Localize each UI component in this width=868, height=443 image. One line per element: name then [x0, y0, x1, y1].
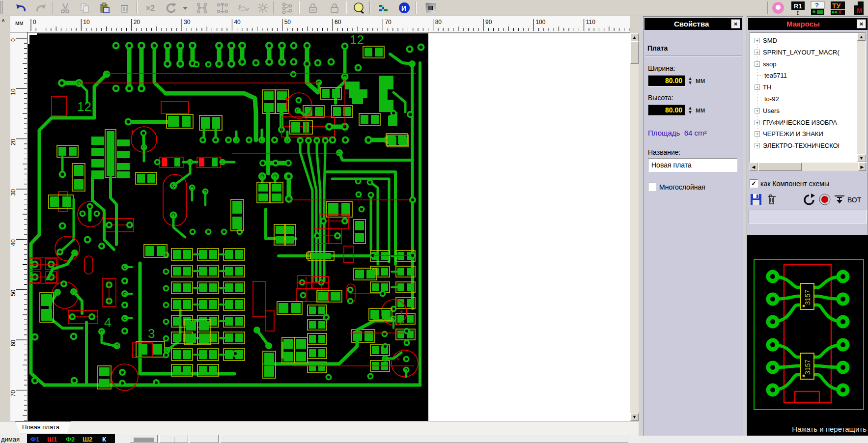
- svg-text:0: 0: [10, 38, 17, 42]
- svg-text:90: 90: [485, 19, 492, 26]
- svg-text:80: 80: [435, 19, 442, 26]
- svg-text:×2: ×2: [146, 4, 155, 12]
- svg-text:мм: мм: [15, 20, 24, 27]
- svg-text:10: 10: [83, 19, 90, 26]
- svg-text:60: 60: [10, 340, 17, 347]
- svg-text:30: 30: [10, 189, 17, 196]
- svg-text:4: 4: [104, 315, 111, 330]
- svg-text:12: 12: [77, 99, 91, 114]
- svg-text:?: ?: [815, 1, 819, 9]
- svg-text:10: 10: [10, 88, 17, 95]
- svg-text:50: 50: [284, 19, 291, 26]
- svg-text:X: X: [838, 9, 842, 15]
- svg-text:R1: R1: [794, 2, 802, 10]
- svg-text:Нажать и перетащить: Нажать и перетащить: [792, 425, 867, 433]
- svg-text:50: 50: [10, 289, 17, 296]
- svg-text:0: 0: [33, 19, 36, 26]
- svg-text:70: 70: [385, 19, 392, 26]
- svg-text:ТУ: ТУ: [832, 2, 841, 10]
- svg-text:110: 110: [586, 19, 595, 26]
- svg-text:60: 60: [335, 19, 341, 26]
- svg-text:И: И: [401, 4, 406, 12]
- svg-text:ВОТ: ВОТ: [847, 196, 862, 204]
- svg-text:3157: 3157: [804, 360, 812, 375]
- svg-text:3157: 3157: [804, 290, 812, 305]
- svg-text:M: M: [857, 7, 862, 14]
- svg-text:20: 20: [134, 19, 140, 26]
- svg-text:40: 40: [234, 19, 241, 26]
- svg-text:40: 40: [10, 239, 17, 246]
- svg-text:100: 100: [535, 19, 545, 26]
- svg-text:30: 30: [184, 19, 191, 26]
- svg-text:3: 3: [148, 326, 155, 341]
- svg-text:12: 12: [350, 33, 364, 47]
- svg-text:70: 70: [10, 390, 17, 397]
- svg-text:20: 20: [10, 138, 17, 145]
